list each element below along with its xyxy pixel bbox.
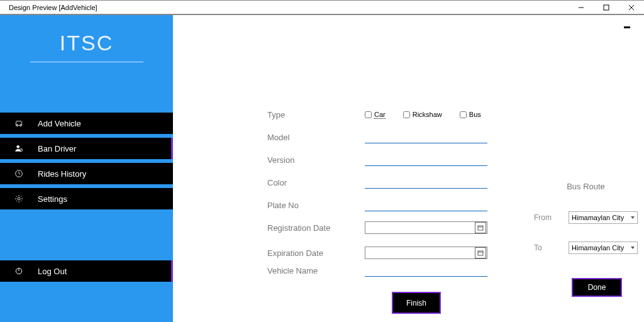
minimize-button[interactable] (569, 1, 594, 14)
calendar-icon[interactable] (475, 222, 486, 233)
to-select[interactable]: Himamaylan City (569, 242, 638, 254)
sidebar-item-rides-history[interactable]: Rides History (0, 163, 173, 184)
type-rickshaw-checkbox[interactable] (403, 111, 410, 118)
svg-rect-15 (478, 251, 483, 255)
from-label: From (534, 213, 569, 222)
sidebar-menu: Add Vehicle Ban Driver Rides History Set… (0, 113, 173, 209)
sidebar: ITSC Add Vehicle Ban Driver Rides Histor… (0, 15, 173, 322)
calendar-icon[interactable] (475, 247, 486, 258)
from-value: Himamaylan City (572, 214, 624, 221)
type-car-option[interactable]: Car (365, 111, 386, 119)
model-input[interactable] (365, 131, 487, 143)
to-label: To (534, 243, 569, 252)
sidebar-item-label: Add Vehicle (38, 119, 173, 128)
window-titlebar: Design Preview [AddVehicle] (0, 0, 644, 14)
clock-icon (0, 169, 38, 179)
regdate-label: Registration Date (267, 223, 365, 233)
window-controls (569, 1, 644, 14)
sidebar-item-logout[interactable]: Log Out (0, 260, 173, 282)
type-car-checkbox[interactable] (365, 111, 372, 118)
svg-point-6 (17, 145, 19, 148)
expdate-input[interactable] (365, 247, 487, 259)
regdate-input[interactable] (365, 221, 487, 234)
type-rickshaw-label: Rickshaw (413, 111, 442, 118)
type-label: Type (267, 110, 365, 119)
svg-point-4 (17, 124, 18, 125)
sidebar-item-label: Log Out (38, 267, 173, 276)
bus-route-title: Bus Route (534, 182, 638, 191)
panel-minimize-icon[interactable] (624, 26, 630, 28)
sidebar-item-label: Ban Driver (38, 144, 173, 153)
color-input[interactable] (365, 176, 487, 189)
type-rickshaw-option[interactable]: Rickshaw (403, 111, 442, 118)
type-car-label: Car (374, 111, 386, 119)
sidebar-item-settings[interactable]: Settings (0, 188, 173, 209)
gear-icon (0, 194, 38, 204)
finish-button[interactable]: Finish (392, 292, 441, 314)
svg-point-5 (20, 124, 21, 125)
color-label: Color (267, 178, 365, 187)
version-input[interactable] (365, 153, 487, 166)
main-panel: Type Car Rickshaw Bus Model Version Colo… (173, 15, 644, 322)
logo: ITSC (0, 31, 173, 55)
app-icon (3, 3, 5, 12)
sidebar-item-ban-driver[interactable]: Ban Driver (0, 138, 173, 159)
type-bus-label: Bus (469, 111, 481, 118)
svg-rect-13 (478, 226, 483, 230)
maximize-button[interactable] (594, 1, 619, 14)
plate-input[interactable] (365, 199, 487, 211)
ban-user-icon (0, 143, 38, 153)
window-title: Design Preview [AddVehicle] (8, 4, 569, 11)
type-options: Car Rickshaw Bus (365, 111, 481, 119)
model-label: Model (267, 133, 365, 142)
logo-underline (30, 62, 143, 62)
version-label: Version (267, 155, 365, 165)
svg-point-10 (18, 197, 20, 200)
power-icon (0, 266, 38, 276)
add-vehicle-form: Type Car Rickshaw Bus Model Version Colo… (267, 103, 487, 282)
sidebar-item-add-vehicle[interactable]: Add Vehicle (0, 113, 173, 134)
type-bus-checkbox[interactable] (460, 111, 467, 118)
to-value: Himamaylan City (572, 244, 624, 252)
done-button[interactable]: Done (572, 278, 622, 297)
from-select[interactable]: Himamaylan City (569, 211, 638, 224)
bus-route-panel: Bus Route From Himamaylan City To Himama… (534, 182, 638, 297)
sidebar-item-label: Rides History (38, 169, 173, 179)
expdate-label: Expiration Date (267, 248, 365, 258)
svg-rect-1 (604, 5, 609, 10)
vehicle-name-label: Vehicle Name (267, 266, 365, 275)
close-button[interactable] (619, 1, 644, 14)
sidebar-item-label: Settings (38, 194, 173, 204)
plate-label: Plate No (267, 201, 365, 210)
car-icon (0, 118, 38, 128)
vehicle-name-input[interactable] (365, 264, 487, 277)
type-bus-option[interactable]: Bus (460, 111, 481, 118)
